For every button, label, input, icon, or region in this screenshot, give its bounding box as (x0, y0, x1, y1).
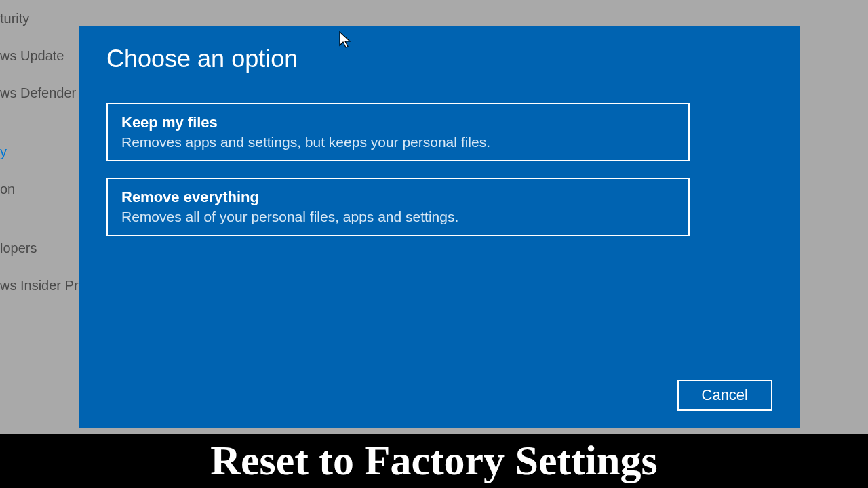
sidebar-item-security[interactable]: turity (0, 0, 88, 37)
cancel-button[interactable]: Cancel (677, 380, 772, 411)
sidebar-item-windows-update[interactable]: ws Update (0, 37, 88, 75)
sidebar-item-developers[interactable]: lopers (0, 230, 88, 267)
sidebar-item-label: lopers (0, 241, 37, 256)
option-keep-my-files[interactable]: Keep my files Removes apps and settings,… (106, 103, 690, 161)
settings-sidebar: turity ws Update ws Defender y on lopers… (0, 0, 88, 304)
sidebar-item-label: y (0, 144, 7, 159)
option-title: Keep my files (121, 114, 675, 131)
sidebar-item-label: ws Defender (0, 85, 76, 100)
dialog-footer: Cancel (106, 380, 772, 411)
sidebar-item-empty[interactable] (0, 112, 88, 134)
sidebar-item-empty2[interactable] (0, 208, 88, 230)
option-desc: Removes apps and settings, but keeps you… (121, 134, 675, 150)
video-caption: Reset to Factory Settings (0, 439, 868, 488)
sidebar-item-windows-defender[interactable]: ws Defender (0, 75, 88, 112)
sidebar-item-label: turity (0, 11, 29, 26)
dialog-title: Choose an option (106, 45, 772, 73)
sidebar-item-activation[interactable]: on (0, 171, 88, 208)
option-remove-everything[interactable]: Remove everything Removes all of your pe… (106, 178, 690, 236)
sidebar-item-recovery[interactable]: y (0, 134, 88, 171)
sidebar-item-label: ws Insider Pr (0, 278, 79, 293)
sidebar-item-insider-program[interactable]: ws Insider Pr (0, 267, 88, 304)
option-desc: Removes all of your personal files, apps… (121, 209, 675, 225)
sidebar-item-label: ws Update (0, 48, 64, 63)
sidebar-item-label: on (0, 182, 15, 197)
option-title: Remove everything (121, 188, 675, 206)
reset-pc-dialog: Choose an option Keep my files Removes a… (79, 26, 800, 428)
